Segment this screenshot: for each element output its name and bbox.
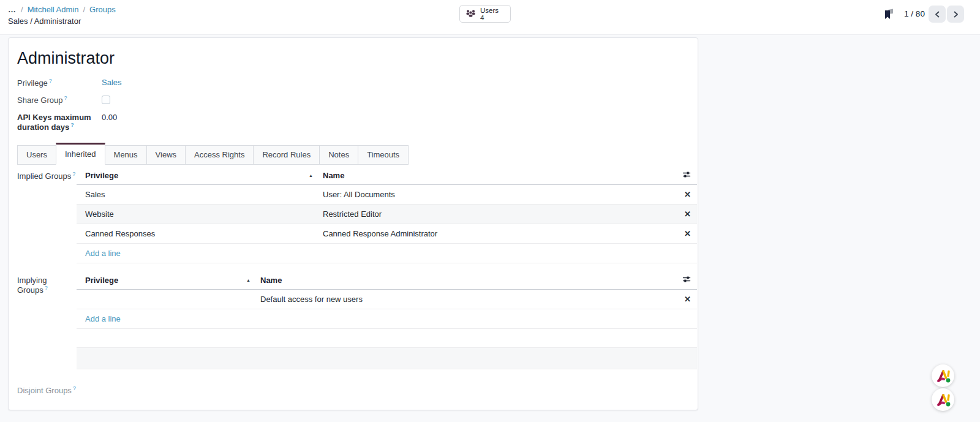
implying-groups-table: Privilege▲ Name (77, 271, 697, 369)
sort-asc-icon: ▲ (246, 278, 251, 282)
breadcrumb-separator: / (83, 5, 85, 14)
remove-icon[interactable]: ✕ (684, 295, 691, 304)
breadcrumb-link-groups[interactable]: Groups (89, 5, 116, 14)
field-privilege: Privilege? Sales (17, 78, 698, 88)
remove-icon[interactable]: ✕ (684, 190, 691, 199)
chevron-right-icon (952, 11, 959, 18)
chevron-left-icon (934, 11, 941, 18)
ai-assistant-badge[interactable] (932, 388, 954, 411)
help-icon[interactable]: ? (64, 95, 67, 101)
empty-row (77, 328, 697, 347)
disjoint-groups-section: Disjoint Groups? (17, 385, 698, 395)
disjoint-groups-label: Disjoint Groups? (17, 381, 76, 395)
field-share-group-label: Share Group? (17, 95, 102, 105)
breadcrumb: … / Mitchell Admin / Groups Sales / Admi… (8, 5, 116, 26)
cell-name[interactable]: Restricted Editor (318, 204, 674, 224)
optional-columns-header[interactable] (674, 271, 697, 290)
add-line-row: Add a line (77, 309, 697, 328)
table-row[interactable]: Default access for new users ✕ (77, 289, 697, 309)
empty-row (77, 347, 697, 369)
table-row[interactable]: Website Restricted Editor ✕ (77, 204, 697, 224)
tab-menus[interactable]: Menus (105, 145, 147, 165)
help-icon[interactable]: ? (73, 385, 76, 391)
users-stat-button[interactable]: Users 4 (459, 5, 511, 23)
breadcrumb-current-record: Sales / Administrator (8, 17, 116, 26)
remove-icon[interactable]: ✕ (684, 209, 691, 219)
column-header-privilege[interactable]: Privilege▲ (77, 166, 318, 185)
pager-counter: 1 / 80 (899, 9, 930, 18)
record-title: Administrator (17, 49, 698, 68)
sort-asc-icon: ▲ (309, 173, 313, 178)
breadcrumb-collapse[interactable]: … (8, 5, 17, 14)
breadcrumb-link-mitchell-admin[interactable]: Mitchell Admin (28, 5, 79, 14)
column-header-name[interactable]: Name (255, 271, 674, 290)
help-icon[interactable]: ? (49, 78, 52, 84)
table-row[interactable]: Sales User: All Documents ✕ (77, 184, 697, 204)
help-icon[interactable]: ? (72, 171, 75, 177)
help-icon[interactable]: ? (45, 285, 48, 291)
cell-name[interactable]: Canned Response Administrator (318, 224, 674, 243)
field-api-keys-duration-label: API Keys maximum duration days? (17, 113, 102, 132)
remove-icon[interactable]: ✕ (684, 229, 691, 238)
tab-inherited[interactable]: Inherited (56, 143, 105, 165)
users-stat-count: 4 (480, 14, 499, 21)
implied-groups-label: Implied Groups? (17, 166, 77, 263)
share-group-checkbox[interactable] (102, 96, 110, 104)
implying-groups-section: Implying Groups? Privilege▲ Name (17, 271, 698, 369)
ai-logo-icon (935, 392, 951, 408)
sliders-icon (682, 170, 691, 179)
sliders-icon (682, 275, 691, 284)
users-group-icon (466, 9, 476, 18)
form-sheet: Administrator Privilege? Sales Share Gro… (8, 37, 698, 410)
bookmark-icon[interactable] (883, 8, 895, 20)
help-icon[interactable]: ? (70, 122, 74, 128)
field-share-group: Share Group? (17, 95, 698, 105)
notebook-tabs: Users Inherited Menus Views Access Right… (17, 143, 698, 165)
column-header-privilege[interactable]: Privilege▲ (77, 271, 255, 290)
ai-logo-icon (935, 368, 951, 384)
breadcrumb-separator: / (21, 5, 23, 14)
tab-users[interactable]: Users (17, 145, 56, 165)
cell-privilege[interactable]: Website (77, 204, 318, 224)
tab-record-rules[interactable]: Record Rules (253, 145, 320, 165)
users-stat-label: Users (480, 7, 499, 14)
cell-privilege[interactable] (77, 289, 255, 309)
main-content: Administrator Privilege? Sales Share Gro… (0, 35, 980, 422)
cell-name[interactable]: Default access for new users (255, 289, 674, 309)
tab-access-rights[interactable]: Access Rights (185, 145, 254, 165)
add-a-line-link[interactable]: Add a line (85, 249, 121, 258)
optional-columns-header[interactable] (674, 166, 697, 185)
tab-views[interactable]: Views (146, 145, 186, 165)
ai-assistant-badge[interactable] (932, 364, 954, 387)
tab-notes[interactable]: Notes (319, 145, 358, 165)
implying-groups-label: Implying Groups? (17, 271, 77, 369)
control-panel: … / Mitchell Admin / Groups Sales / Admi… (0, 0, 980, 35)
pager-next-button[interactable] (947, 6, 964, 23)
implied-groups-table: Privilege▲ Name (77, 166, 697, 263)
pager-previous-button[interactable] (929, 6, 946, 23)
cell-privilege[interactable]: Canned Responses (77, 224, 318, 243)
column-header-name[interactable]: Name (318, 166, 674, 185)
field-api-keys-duration-value[interactable]: 0.00 (102, 113, 117, 122)
cell-privilege[interactable]: Sales (77, 184, 318, 204)
implied-groups-section: Implied Groups? Privilege▲ Name (17, 166, 698, 263)
tab-timeouts[interactable]: Timeouts (358, 145, 409, 165)
table-header-row: Privilege▲ Name (77, 166, 697, 185)
field-api-keys-duration: API Keys maximum duration days? 0.00 (17, 113, 698, 132)
field-privilege-label: Privilege? (17, 78, 102, 88)
add-line-row: Add a line (77, 243, 697, 263)
cell-name[interactable]: User: All Documents (318, 184, 674, 204)
table-row[interactable]: Canned Responses Canned Response Adminis… (77, 224, 697, 243)
add-a-line-link[interactable]: Add a line (85, 314, 121, 323)
field-privilege-value[interactable]: Sales (102, 78, 122, 87)
table-header-row: Privilege▲ Name (77, 271, 697, 290)
